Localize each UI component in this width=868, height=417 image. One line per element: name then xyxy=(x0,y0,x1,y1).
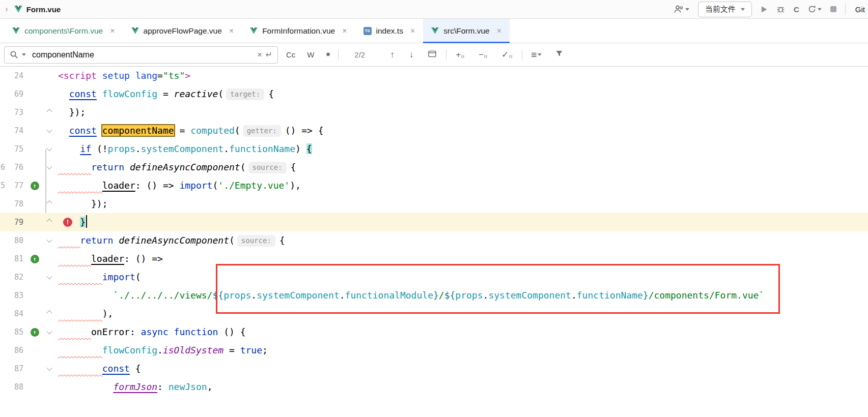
code-text[interactable]: formJson: newJson, xyxy=(58,378,212,396)
fold-expand-icon[interactable] xyxy=(46,219,52,224)
fold-collapse-icon[interactable] xyxy=(46,329,52,334)
line-number[interactable]: 82 xyxy=(0,268,25,286)
fold-collapse-icon[interactable] xyxy=(46,164,52,169)
code-text[interactable]: import( xyxy=(58,268,141,286)
run-config-selector[interactable]: 当前文件 xyxy=(698,2,752,17)
code-text[interactable]: const { xyxy=(58,360,141,378)
editor-tab[interactable]: approveFlowPage.vue× xyxy=(123,19,242,43)
open-in-find-window-button[interactable] xyxy=(423,50,441,60)
line-number[interactable]: 73 xyxy=(0,103,25,122)
code-text[interactable]: return defineAsyncComponent(source:{ xyxy=(58,231,285,250)
fold-collapse-icon[interactable] xyxy=(46,145,52,151)
breadcrumb-chevron-icon[interactable]: › xyxy=(5,4,8,14)
line-number[interactable]: 83 xyxy=(0,286,25,305)
editor-tab[interactable]: TSindex.ts× xyxy=(355,19,424,43)
fold-column xyxy=(44,367,55,371)
more-run-options-button[interactable] xyxy=(808,5,822,13)
stop-button[interactable] xyxy=(830,6,836,12)
code-text[interactable]: <script setup lang="ts"> xyxy=(58,67,190,85)
green-arrow-gutter-icon[interactable]: ↑ xyxy=(31,255,39,263)
code-text[interactable]: }); xyxy=(58,103,86,122)
code-line: 84 ), xyxy=(0,305,868,323)
line-number[interactable]: 74 xyxy=(0,122,25,140)
line-number[interactable]: 85 xyxy=(0,323,25,341)
code-token: './Empty.vue' xyxy=(218,180,290,191)
code-token: return xyxy=(80,235,113,246)
code-text[interactable]: loader: () => import('./Empty.vue'), xyxy=(58,176,301,195)
code-text[interactable]: if (!props.systemComponent.functionName)… xyxy=(58,140,312,158)
fold-expand-icon[interactable] xyxy=(46,109,52,114)
search-input[interactable]: componentName xyxy=(32,50,254,59)
green-arrow-gutter-icon[interactable]: ↑ xyxy=(31,182,39,190)
fold-collapse-icon[interactable] xyxy=(46,127,52,133)
code-text[interactable]: }); xyxy=(58,195,108,213)
previous-match-button[interactable]: ↑ xyxy=(385,50,400,60)
search-icon[interactable] xyxy=(10,50,18,59)
editor-tab[interactable]: src\Form.vue× xyxy=(423,19,510,43)
select-all-occurrences-button[interactable]: ✓II xyxy=(497,49,517,60)
ide-window: › Form.vue 当前文件 C xyxy=(0,0,868,417)
match-case-toggle[interactable]: Cc xyxy=(283,48,299,61)
add-occurrence-button[interactable]: +II xyxy=(451,50,469,60)
close-icon[interactable]: × xyxy=(110,26,115,36)
regex-toggle[interactable]: * xyxy=(323,49,334,61)
fold-expand-icon[interactable] xyxy=(46,200,52,206)
line-number[interactable]: 80 xyxy=(0,231,25,250)
fold-collapse-icon[interactable] xyxy=(46,237,52,243)
search-history-chevron-icon[interactable] xyxy=(22,53,26,56)
whole-words-toggle[interactable]: W xyxy=(303,48,318,61)
code-text[interactable]: return defineAsyncComponent(source:{ xyxy=(58,158,296,176)
close-icon[interactable]: × xyxy=(497,26,501,36)
run-button[interactable] xyxy=(761,6,768,13)
line-number[interactable]: 79 xyxy=(0,213,25,231)
filter-button[interactable] xyxy=(550,50,568,60)
editor-tab[interactable]: components\Form.vue× xyxy=(4,19,123,43)
line-number[interactable]: 81 xyxy=(0,250,25,268)
code-text[interactable]: flowConfig.isOldSystem = true; xyxy=(58,341,268,360)
code-text[interactable]: onError: async function () { xyxy=(58,323,246,341)
line-number[interactable]: 24 xyxy=(0,67,25,85)
code-token: . xyxy=(251,290,257,301)
code-text[interactable]: `./../../../views/${props.systemComponen… xyxy=(58,286,764,305)
code-token: . xyxy=(340,290,345,301)
green-arrow-gutter-icon[interactable]: ↑ xyxy=(31,328,39,337)
code-text[interactable]: } xyxy=(58,213,87,231)
code-token: props xyxy=(455,290,483,301)
line-number[interactable]: 87 xyxy=(0,360,25,378)
search-field[interactable]: componentName × ↵ xyxy=(4,46,278,64)
code-editor[interactable]: 24<script setup lang="ts">69 const flowC… xyxy=(0,67,868,417)
newline-icon[interactable]: ↵ xyxy=(266,50,272,59)
code-text[interactable]: const flowConfig = reactive(target:{ xyxy=(58,85,274,103)
code-text[interactable]: const componentName = computed(getter:()… xyxy=(58,122,324,140)
line-number[interactable]: 75 xyxy=(0,140,25,158)
remove-occurrence-button[interactable]: −II xyxy=(474,50,492,60)
code-token: . xyxy=(483,290,489,301)
code-with-me-button[interactable] xyxy=(674,5,689,13)
line-number[interactable]: 69 xyxy=(0,85,25,103)
code-text[interactable]: loader: () => xyxy=(58,250,163,268)
fold-collapse-icon[interactable] xyxy=(46,365,52,371)
fold-collapse-icon[interactable] xyxy=(46,274,52,279)
code-token: async xyxy=(141,326,169,337)
code-text[interactable]: ), xyxy=(58,305,113,323)
git-widget[interactable]: Git xyxy=(855,5,865,14)
error-icon[interactable]: ! xyxy=(63,218,72,227)
view-options-button[interactable]: ≡ xyxy=(527,49,546,61)
close-icon[interactable]: × xyxy=(410,26,415,36)
code-line: 82 import( xyxy=(0,268,868,286)
line-number[interactable]: 84 xyxy=(0,305,25,323)
gutter-icon-column: ↑ xyxy=(25,328,44,337)
debug-button[interactable] xyxy=(776,5,785,13)
coverage-button[interactable]: C xyxy=(794,5,799,14)
clipped-digit: 6 xyxy=(1,158,5,176)
line-number[interactable]: 86 xyxy=(0,341,25,360)
close-icon[interactable]: × xyxy=(229,26,234,36)
close-icon[interactable]: × xyxy=(342,26,347,36)
clear-search-icon[interactable]: × xyxy=(257,50,262,59)
next-match-button[interactable]: ↓ xyxy=(404,50,419,60)
code-token xyxy=(58,143,80,154)
line-number[interactable]: 78 xyxy=(0,195,25,213)
editor-tab[interactable]: FormInformation.vue× xyxy=(242,19,355,43)
fold-expand-icon[interactable] xyxy=(46,310,52,316)
line-number[interactable]: 88 xyxy=(0,378,25,396)
